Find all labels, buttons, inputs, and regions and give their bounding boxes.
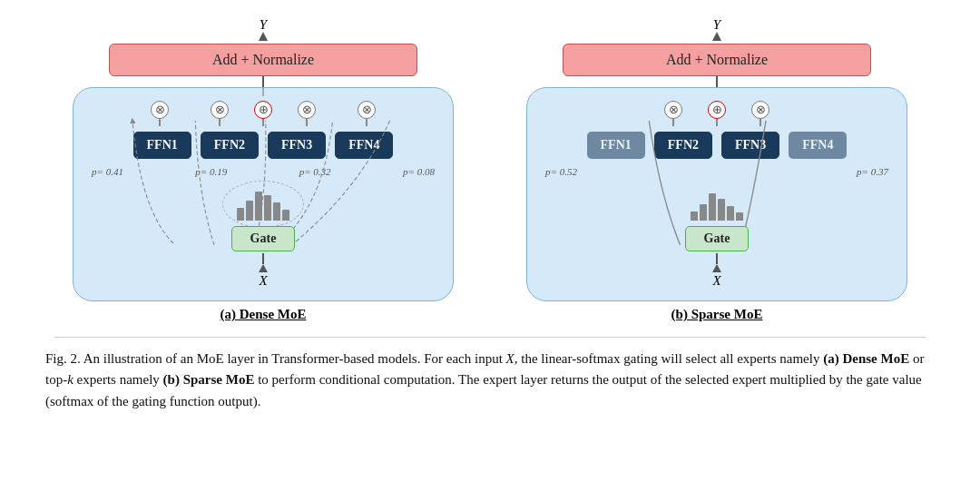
dense-moe-wrapper: Y Add + Normalize ⊗ ⊗ <box>54 18 472 322</box>
dense-gate-oval-area <box>237 184 289 221</box>
dense-probs-row: p= 0.41 p= 0.19 p= 0.32 p= 0.08 <box>88 166 438 177</box>
dense-x-label: X <box>259 274 267 288</box>
figure-divider <box>54 337 926 338</box>
dense-sym-col-4: ⊗ <box>341 101 392 126</box>
fig-dense-bold: (a) Dense MoE <box>823 351 909 366</box>
dense-oplus-line <box>262 119 264 126</box>
fig-sparse-bold: (b) Sparse MoE <box>163 372 255 387</box>
dense-x-arrow: X <box>259 253 268 288</box>
dense-oplus: ⊕ <box>254 101 272 119</box>
sparse-x-label: X <box>712 274 720 288</box>
dense-ffn-row: FFN1 FFN2 FFN3 FFN4 <box>133 132 394 159</box>
diagrams-row: Y Add + Normalize ⊗ ⊗ <box>36 18 944 322</box>
fig-text2: , the linear-softmax gating will select … <box>514 351 823 366</box>
dense-connector1 <box>262 76 264 87</box>
dense-ffn2: FFN2 <box>201 132 259 159</box>
sparse-otimes-3: ⊗ <box>751 101 769 119</box>
sparse-ffn1: FFN1 <box>587 132 645 159</box>
sparse-gate-oval-area <box>691 184 743 221</box>
dense-y-label: Y <box>260 18 267 32</box>
dense-sym-col-oplus: ⊕ <box>254 101 272 126</box>
dense-sym-col-1: ⊗ <box>134 101 185 126</box>
sparse-y-arrowhead <box>712 32 721 41</box>
dense-sym-col-2: ⊗ <box>194 101 245 126</box>
sparse-y-label: Y <box>713 18 720 32</box>
dense-ffn4: FFN4 <box>335 132 393 159</box>
dense-y-arrowhead <box>259 32 268 41</box>
dense-bar-5 <box>273 202 280 221</box>
sparse-gate: Gate <box>685 226 750 251</box>
dense-gate-area: Gate <box>231 184 296 251</box>
dense-diagram-inner: ⊗ ⊗ ⊕ ⊗ <box>73 87 454 301</box>
dense-sym-line-1 <box>159 119 161 126</box>
sparse-x-line <box>716 253 718 264</box>
sparse-sym-line-2 <box>672 119 674 126</box>
sparse-prob-2: p= 0.37 <box>857 166 888 177</box>
dense-prob-4: p= 0.08 <box>403 166 435 177</box>
dense-sym-col-3: ⊗ <box>281 101 332 126</box>
sparse-add-normalize: Add + Normalize <box>563 44 871 76</box>
fig-text4: experts namely <box>74 372 163 387</box>
dense-sym-line-2 <box>219 119 220 126</box>
dense-otimes-4: ⊗ <box>358 101 376 119</box>
sparse-bar-chart <box>691 188 743 221</box>
sparse-prob-1: p= 0.52 <box>545 166 577 177</box>
sparse-bar-3 <box>709 193 716 221</box>
dense-add-normalize: Add + Normalize <box>109 44 417 76</box>
dense-bar-2 <box>246 201 253 221</box>
dense-sym-line-3 <box>306 119 308 126</box>
main-container: Y Add + Normalize ⊗ ⊗ <box>0 0 980 430</box>
sparse-x-arrowhead <box>712 264 721 272</box>
sparse-otimes-2: ⊗ <box>664 101 682 119</box>
fig-k-italic: k <box>67 372 74 387</box>
dense-sym-line-4 <box>366 119 368 126</box>
figure-caption: Fig. 2. An illustration of an MoE layer … <box>36 349 944 412</box>
sparse-bar-5 <box>727 206 734 221</box>
dense-ffn1: FFN1 <box>133 132 191 159</box>
dense-otimes-3: ⊗ <box>298 101 316 119</box>
sparse-sym-col-2: ⊗ <box>648 101 699 126</box>
dense-prob-1: p= 0.41 <box>92 166 123 177</box>
sparse-ffn3: FFN3 <box>721 132 779 159</box>
sparse-probs-row: p= 0.52 p= 0.37 <box>542 166 892 177</box>
dense-symbols-row: ⊗ ⊗ ⊕ ⊗ <box>88 101 438 126</box>
dense-bar-3 <box>255 192 262 221</box>
fig-x-italic: X <box>506 351 514 366</box>
dense-prob-3: p= 0.32 <box>299 166 331 177</box>
fig-prefix: Fig. 2. <box>45 351 81 366</box>
dense-bar-chart <box>237 188 289 221</box>
sparse-bar-6 <box>736 212 743 221</box>
dense-x-line <box>262 253 264 264</box>
sparse-prob-spacer <box>577 166 857 177</box>
dense-x-arrowhead <box>259 264 268 272</box>
sparse-sym-line-3 <box>760 119 761 126</box>
sparse-y-arrow: Y <box>712 18 721 44</box>
sparse-x-arrow: X <box>712 253 721 288</box>
dense-gate: Gate <box>231 226 296 251</box>
dense-bar-4 <box>264 195 271 221</box>
dense-caption: (a) Dense MoE <box>220 307 307 322</box>
sparse-sym-col-3: ⊗ <box>735 101 786 126</box>
sparse-oplus: ⊕ <box>708 101 726 119</box>
dense-otimes-2: ⊗ <box>211 101 229 119</box>
dense-otimes-1: ⊗ <box>151 101 169 119</box>
sparse-sym-col-oplus: ⊕ <box>708 101 726 126</box>
sparse-moe-wrapper: Y Add + Normalize ⊗ ⊗ <box>508 18 926 322</box>
sparse-caption: (b) Sparse MoE <box>671 307 763 322</box>
sparse-gate-area: Gate <box>685 184 750 251</box>
sparse-diagram-inner: ⊗ ⊗ ⊕ ⊗ <box>526 87 907 301</box>
dense-bar-1 <box>237 208 244 221</box>
sparse-blue-container: ⊗ ⊗ ⊕ ⊗ <box>526 87 907 301</box>
dense-y-arrow: Y <box>259 18 268 44</box>
dense-ffn3: FFN3 <box>268 132 326 159</box>
sparse-ffn2: FFN2 <box>654 132 712 159</box>
sparse-oplus-line <box>716 119 718 126</box>
sparse-ffn4: FFN4 <box>789 132 847 159</box>
sparse-bar-1 <box>691 211 698 221</box>
sparse-ffn-row: FFN1 FFN2 FFN3 FFN4 <box>587 132 848 159</box>
sparse-connector1 <box>716 76 718 87</box>
sparse-symbols-row: ⊗ ⊗ ⊕ ⊗ <box>542 101 892 126</box>
dense-bar-6 <box>282 210 289 221</box>
fig-text1: An illustration of an MoE layer in Trans… <box>81 351 506 366</box>
dense-blue-container: ⊗ ⊗ ⊕ ⊗ <box>73 87 454 301</box>
